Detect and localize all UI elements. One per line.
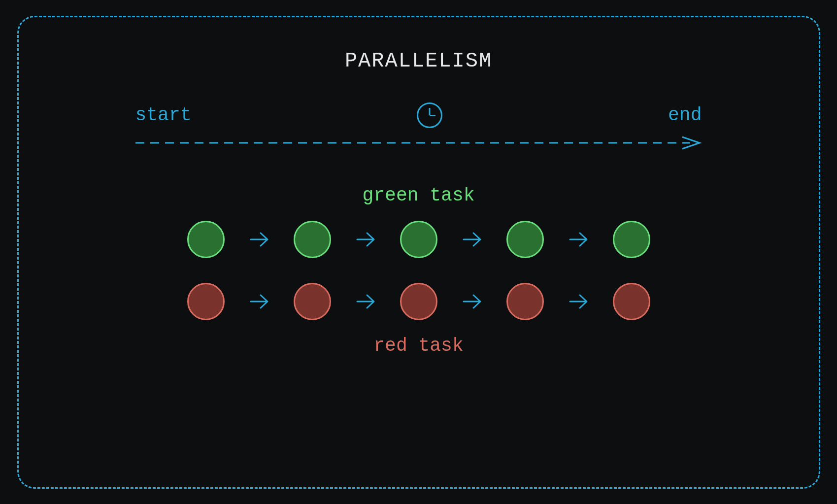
timeline-end-label: end [668, 104, 702, 126]
green-task-section: green task [58, 185, 779, 258]
red-task-step [613, 283, 650, 320]
timeline-labels: start end [135, 102, 702, 128]
arrow-right-icon [353, 227, 378, 252]
arrow-right-icon [247, 227, 271, 252]
arrow-right-icon [247, 289, 271, 314]
green-task-step [400, 221, 437, 258]
arrow-right-icon [566, 227, 591, 252]
arrow-right-icon [460, 227, 484, 252]
green-task-step [294, 221, 331, 258]
green-task-step [187, 221, 225, 258]
timeline-start-label: start [135, 104, 192, 126]
green-task-step [506, 221, 544, 258]
red-task-label: red task [373, 335, 463, 356]
parallelism-diagram: PARALLELISM start end green task [17, 16, 820, 489]
red-task-section: red task [58, 283, 779, 356]
timeline-arrow [135, 135, 702, 150]
timeline-section: start end [58, 102, 779, 150]
red-task-row [187, 283, 650, 320]
red-task-step [506, 283, 544, 320]
arrow-right-icon [353, 289, 378, 314]
red-task-step [400, 283, 437, 320]
clock-icon [417, 102, 442, 128]
green-task-row [187, 221, 650, 258]
red-task-step [187, 283, 225, 320]
diagram-title: PARALLELISM [58, 49, 779, 73]
arrow-right-icon [566, 289, 591, 314]
green-task-step [613, 221, 650, 258]
arrow-right-icon [460, 289, 484, 314]
green-task-label: green task [362, 185, 474, 206]
red-task-step [294, 283, 331, 320]
